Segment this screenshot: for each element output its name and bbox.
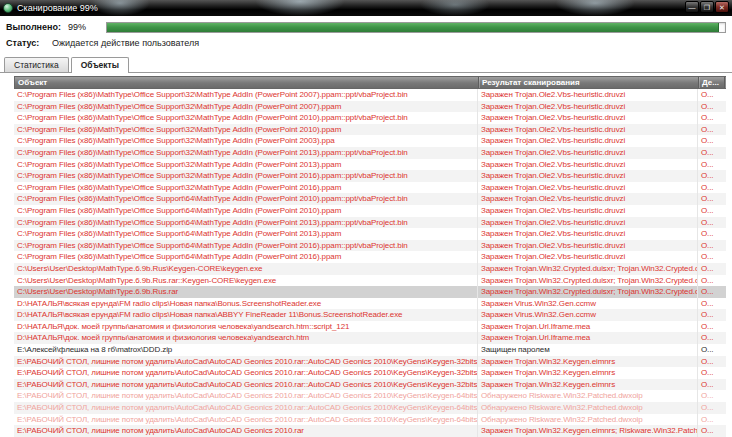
cell-result: Заражен Trojan.Win32.Keygen.eimnrs [478,379,698,391]
table-row[interactable]: C:\Program Files (x86)\MathType\Office S… [14,135,726,147]
cell-object: C:\Program Files (x86)\MathType\Office S… [14,240,478,252]
table-row[interactable]: C:\Users\User\Desktop\MathType.6.9b.Rus\… [14,263,726,275]
cell-result: Заражен Trojan.Ole2.Vbs-heuristic.druvzi [478,251,698,263]
status-label: Статус: [6,38,52,48]
window-controls: — ❐ ✕ [685,1,729,13]
progress-label: Выполнено: [6,22,68,32]
table-row[interactable]: C:\Program Files (x86)\MathType\Office S… [14,217,726,229]
cell-result: Заражен Trojan.Ole2.Vbs-heuristic.druvzi [478,217,698,229]
table-row[interactable]: E:\РАБОЧИЙ СТОЛ, лишние потом удалить\Au… [14,379,726,391]
table-row[interactable]: C:\Program Files (x86)\MathType\Office S… [14,205,726,217]
progress-bar [106,22,726,33]
cell-result: Защищен паролем [478,344,698,356]
cell-object: C:\Program Files (x86)\MathType\Office S… [14,159,478,171]
table-row[interactable]: C:\Program Files (x86)\MathType\Office S… [14,182,726,194]
table-row[interactable]: E:\РАБОЧИЙ СТОЛ, лишние потом удалить\Au… [14,402,726,414]
table-row[interactable]: C:\Program Files (x86)\MathType\Office S… [14,124,726,136]
cell-object: C:\Program Files (x86)\MathType\Office S… [14,251,478,263]
table-row[interactable]: E:\Алексей\флешка на 8 гб\matrox\DDD.zip… [14,344,726,356]
cell-result: Заражен Trojan.Ole2.Vbs-heuristic.druvzi [478,124,698,136]
cell-result: Заражен Trojan.Ole2.Vbs-heuristic.druvzi [478,89,698,101]
table-row[interactable]: C:\Program Files (x86)\MathType\Office S… [14,101,726,113]
cell-object: E:\РАБОЧИЙ СТОЛ, лишние потом удалить\Au… [14,356,478,368]
table-row[interactable]: C:\Program Files (x86)\MathType\Office S… [14,228,726,240]
table-row[interactable]: C:\Program Files (x86)\MathType\Office S… [14,159,726,171]
table-row[interactable]: D:\НАТАЛЬЯ\всякая ерунда\FM radio clips\… [14,298,726,310]
tab-objects[interactable]: Объекты [71,57,129,73]
table-row[interactable]: D:\НАТАЛЬЯ\док. моей группы\анатомия и ф… [14,321,726,333]
cell-result: Заражен Trojan.Ole2.Vbs-heuristic.druvzi [478,135,698,147]
table-body: C:\Program Files (x86)\MathType\Office S… [14,89,726,437]
titlebar-glare [90,0,150,16]
cell-action: О... [698,182,724,194]
cell-object: C:\Program Files (x86)\MathType\Office S… [14,135,478,147]
table-row[interactable]: C:\Users\User\Desktop\MathType.6.9b.Rus.… [14,286,726,298]
cell-action: О... [698,159,724,171]
cell-action: О... [698,298,724,310]
table-row[interactable]: C:\Program Files (x86)\MathType\Office S… [14,240,726,252]
cell-action: О... [698,379,724,391]
close-button[interactable]: ✕ [715,1,729,13]
cell-result: Заражен Trojan.Ole2.Vbs-heuristic.druvzi [478,193,698,205]
status-value: Ожидается действие пользователя [52,38,199,48]
table-row[interactable]: C:\Program Files (x86)\MathType\Office S… [14,112,726,124]
table-row[interactable]: C:\Program Files (x86)\MathType\Office S… [14,147,726,159]
cell-action: О... [698,356,724,368]
cell-object: C:\Users\User\Desktop\MathType.6.9b.Rus.… [14,275,478,287]
table-row[interactable]: D:\НАТАЛЬЯ\док. моей группы\анатомия и ф… [14,332,726,344]
cell-object: C:\Program Files (x86)\MathType\Office S… [14,193,478,205]
cell-result: Заражен Virus.Win32.Gen.ccmw [478,309,698,321]
cell-object: D:\НАТАЛЬЯ\всякая ерунда\FM radio clips\… [14,298,478,310]
titlebar-glare [555,0,635,16]
table-row[interactable]: D:\НАТАЛЬЯ\всякая ерунда\FM radio clips\… [14,309,726,321]
cell-result: Заражен Trojan.Win32.Crypted.duisxr; Tro… [478,286,698,298]
table-row[interactable]: E:\РАБОЧИЙ СТОЛ, лишние потом удалить\Au… [14,390,726,402]
table-row[interactable]: C:\Program Files (x86)\MathType\Office S… [14,89,726,101]
tab-statistics[interactable]: Статистика [4,57,69,72]
cell-result: Заражен Trojan.Ole2.Vbs-heuristic.druvzi [478,228,698,240]
cell-action: О... [698,205,724,217]
cell-object: C:\Program Files (x86)\MathType\Office S… [14,124,478,136]
cell-object: C:\Program Files (x86)\MathType\Office S… [14,205,478,217]
cell-action: О... [698,286,724,298]
cell-object: E:\РАБОЧИЙ СТОЛ, лишние потом удалить\Au… [14,425,478,437]
table-row[interactable]: E:\РАБОЧИЙ СТОЛ, лишние потом удалить\Au… [14,414,726,426]
table-header: Объект Результат сканирования Де... [14,76,726,89]
status-row: Статус: Ожидается действие пользователя [6,37,726,48]
cell-action: О... [698,309,724,321]
cell-result: Заражен Trojan.Win32.Crypted.duisxr; Tro… [478,263,698,275]
table-row[interactable]: C:\Program Files (x86)\MathType\Office S… [14,193,726,205]
table-row[interactable]: E:\РАБОЧИЙ СТОЛ, лишние потом удалить\Au… [14,356,726,368]
titlebar[interactable]: Сканирование 99% — ❐ ✕ [0,0,732,16]
cell-object: E:\РАБОЧИЙ СТОЛ, лишние потом удалить\Au… [14,367,478,379]
cell-action: О... [698,390,724,402]
minimize-button[interactable]: — [685,1,699,13]
cell-object: D:\НАТАЛЬЯ\док. моей группы\анатомия и ф… [14,332,478,344]
column-header-result[interactable]: Результат сканирования [479,77,699,88]
progress-percent: 99% [68,22,94,32]
cell-object: C:\Program Files (x86)\MathType\Office S… [14,112,478,124]
cell-result: Обнаружено Riskware.Win32.Patched.dwxoip [478,414,698,426]
cell-result: Заражен Trojan.Win32.Crypted.duisxr; Tro… [478,275,698,287]
cell-object: C:\Program Files (x86)\MathType\Office S… [14,170,478,182]
table-row[interactable]: E:\РАБОЧИЙ СТОЛ, лишние потом удалить\Au… [14,367,726,379]
cell-result: Заражен Trojan.Ole2.Vbs-heuristic.druvzi [478,101,698,113]
cell-result: Заражен Trojan.Url.Iframe.mea [478,321,698,333]
cell-action: О... [698,332,724,344]
maximize-button[interactable]: ❐ [700,1,714,13]
cell-object: D:\НАТАЛЬЯ\док. моей группы\анатомия и ф… [14,321,478,333]
table-row[interactable]: E:\РАБОЧИЙ СТОЛ, лишние потом удалить\Au… [14,425,726,437]
column-header-action[interactable]: Де... [699,77,725,88]
cell-action: О... [698,367,724,379]
cell-action: О... [698,425,724,437]
cell-object: C:\Program Files (x86)\MathType\Office S… [14,228,478,240]
cell-object: D:\НАТАЛЬЯ\всякая ерунда\FM radio clips\… [14,309,478,321]
table-row[interactable]: C:\Users\User\Desktop\MathType.6.9b.Rus.… [14,275,726,287]
cell-action: О... [698,402,724,414]
cell-action: О... [698,251,724,263]
cell-result: Заражен Trojan.Win32.Keygen.eimnrs [478,367,698,379]
column-header-object[interactable]: Объект [15,77,479,88]
cell-result: Заражен Trojan.Ole2.Vbs-heuristic.druvzi [478,205,698,217]
table-row[interactable]: C:\Program Files (x86)\MathType\Office S… [14,170,726,182]
table-row[interactable]: C:\Program Files (x86)\MathType\Office S… [14,251,726,263]
